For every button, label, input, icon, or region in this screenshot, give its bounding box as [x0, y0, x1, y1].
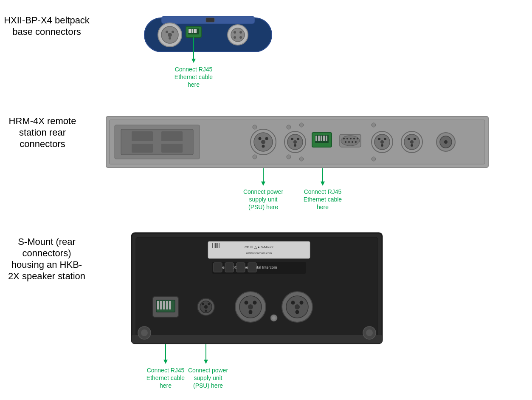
svg-text:connectors: connectors: [20, 139, 65, 149]
svg-point-23: [239, 36, 242, 39]
svg-text:www.clearcom.com: www.clearcom.com: [246, 252, 272, 255]
svg-point-82: [408, 138, 410, 140]
svg-point-60: [287, 125, 291, 129]
svg-text:HXII-BP-X4 beltpack: HXII-BP-X4 beltpack: [4, 15, 90, 26]
svg-point-70: [348, 141, 350, 143]
svg-point-139: [205, 310, 207, 312]
svg-point-77: [384, 138, 386, 140]
svg-point-150: [300, 301, 304, 305]
svg-rect-122: [132, 335, 382, 343]
svg-rect-129: [157, 301, 159, 309]
svg-marker-25: [191, 59, 196, 63]
svg-point-72: [355, 141, 357, 143]
svg-rect-15: [194, 29, 195, 33]
svg-text:Connect RJ45: Connect RJ45: [147, 367, 185, 374]
svg-point-91: [372, 157, 376, 161]
svg-point-20: [234, 31, 236, 34]
svg-point-78: [381, 144, 383, 147]
svg-rect-108: [208, 241, 310, 258]
svg-rect-111: [212, 243, 213, 248]
svg-point-61: [287, 155, 291, 159]
svg-rect-132: [166, 301, 168, 309]
svg-point-66: [350, 138, 352, 139]
svg-point-64: [343, 138, 345, 139]
svg-point-81: [410, 140, 414, 144]
svg-rect-131: [163, 301, 165, 309]
svg-point-59: [253, 155, 257, 159]
svg-rect-57: [326, 136, 327, 141]
svg-point-137: [202, 303, 204, 305]
svg-point-138: [208, 303, 210, 305]
svg-point-19: [231, 28, 245, 42]
svg-text:Connect power: Connect power: [188, 367, 228, 374]
svg-point-151: [296, 310, 299, 314]
svg-text:here: here: [317, 204, 329, 210]
svg-text:supply unit: supply unit: [194, 374, 222, 381]
svg-point-89: [299, 157, 304, 161]
svg-marker-157: [204, 360, 208, 364]
svg-point-9: [169, 37, 171, 40]
svg-point-47: [293, 140, 297, 144]
svg-text:(PSU) here: (PSU) here: [248, 204, 278, 210]
svg-rect-130: [160, 301, 162, 309]
svg-text:Connect RJ45: Connect RJ45: [304, 188, 342, 195]
svg-rect-119: [225, 263, 234, 272]
svg-rect-12: [189, 29, 190, 33]
svg-rect-120: [236, 263, 245, 272]
section1-diagram: HXII-BP-X4 beltpack base connectors: [0, 9, 532, 106]
svg-point-144: [253, 301, 257, 305]
svg-marker-155: [163, 360, 168, 364]
svg-point-65: [346, 138, 348, 139]
svg-point-43: [265, 137, 268, 140]
svg-rect-56: [323, 136, 325, 141]
svg-point-148: [295, 304, 300, 309]
svg-point-48: [291, 138, 293, 140]
svg-text:station rear: station rear: [19, 127, 66, 138]
svg-point-44: [262, 145, 265, 148]
svg-point-84: [411, 144, 413, 147]
section2-diagram: HRM-4X remote station rear connectors: [0, 108, 532, 227]
svg-point-145: [249, 310, 253, 314]
svg-rect-113: [215, 243, 217, 248]
svg-point-149: [291, 301, 295, 305]
svg-point-90: [372, 123, 376, 127]
svg-text:S-Mount (rear: S-Mount (rear: [18, 236, 76, 247]
svg-point-7: [166, 31, 168, 33]
svg-rect-54: [318, 136, 320, 141]
svg-text:connectors): connectors): [23, 248, 71, 258]
svg-point-126: [366, 329, 373, 336]
svg-marker-93: [261, 182, 265, 186]
svg-point-88: [299, 123, 304, 127]
svg-point-68: [357, 138, 358, 139]
svg-point-67: [353, 138, 355, 139]
svg-point-21: [239, 31, 242, 34]
svg-point-42: [259, 137, 262, 140]
svg-text:housing an HKB-: housing an HKB-: [11, 259, 82, 270]
svg-text:Connect power: Connect power: [243, 188, 284, 195]
svg-point-124: [141, 329, 148, 336]
svg-point-8: [172, 31, 174, 33]
svg-text:Connect RJ45: Connect RJ45: [175, 66, 213, 73]
page-container: HXII-BP-X4 beltpack base connectors: [0, 0, 532, 400]
svg-rect-14: [192, 29, 193, 33]
svg-text:Ethernet cable: Ethernet cable: [175, 74, 213, 80]
svg-rect-115: [219, 243, 220, 248]
svg-point-83: [414, 138, 416, 140]
svg-text:Ethernet cable: Ethernet cable: [304, 196, 342, 203]
svg-rect-13: [190, 29, 191, 33]
svg-rect-118: [214, 263, 222, 272]
svg-text:(PSU) here: (PSU) here: [193, 382, 223, 389]
svg-rect-112: [214, 243, 214, 248]
svg-point-22: [234, 36, 236, 39]
svg-rect-17: [206, 18, 214, 22]
svg-text:2X speaker station: 2X speaker station: [8, 271, 85, 281]
svg-text:base connectors: base connectors: [12, 26, 81, 37]
svg-point-75: [380, 140, 384, 144]
svg-point-41: [261, 140, 265, 144]
svg-rect-133: [169, 301, 171, 309]
svg-rect-53: [315, 136, 317, 141]
svg-rect-114: [217, 243, 218, 248]
svg-point-153: [272, 316, 276, 320]
svg-point-76: [378, 138, 380, 140]
svg-rect-16: [195, 29, 197, 33]
